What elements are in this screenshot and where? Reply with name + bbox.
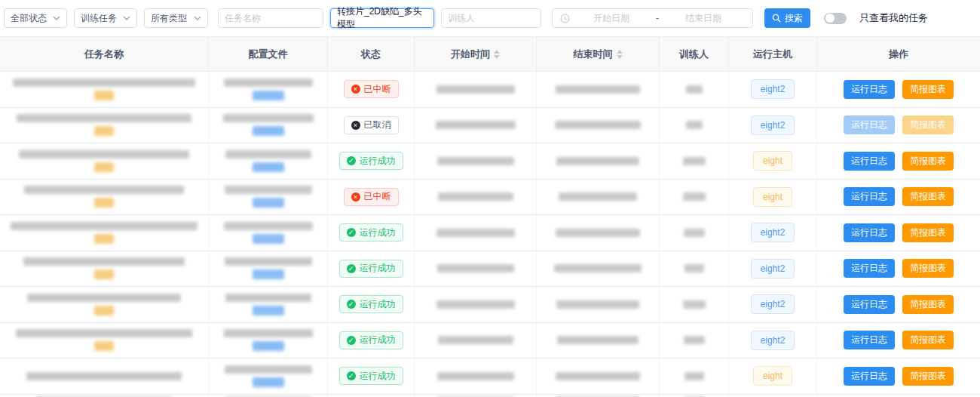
redacted-start-time: [436, 229, 515, 237]
status-select[interactable]: 全部状态: [4, 8, 67, 28]
sort-carets-icon[interactable]: [494, 50, 500, 59]
my-tasks-toggle[interactable]: [824, 13, 847, 24]
cell-start-time: [415, 323, 537, 359]
cell-host: eight2: [729, 287, 817, 322]
redacted-task-name: [24, 186, 184, 194]
report-chart-button[interactable]: 简报图表: [902, 295, 954, 314]
filter-bar: 全部状态 训练任务 所有类型 任务名称 转接片_2D缺陷_多头模型 训练人 开始…: [0, 0, 980, 36]
run-log-button[interactable]: 运行日志: [844, 152, 895, 171]
search-button[interactable]: 搜索: [764, 8, 810, 28]
run-log-button[interactable]: 运行日志: [844, 367, 895, 386]
category-select[interactable]: 所有类型: [144, 8, 208, 28]
status-label: 已中断: [364, 83, 391, 96]
status-badge: ✓运行成功: [339, 223, 403, 242]
status-icon: ×: [351, 121, 360, 130]
cell-config-file: [209, 287, 328, 322]
config-file-link[interactable]: [253, 198, 284, 208]
status-badge: ×已中断: [344, 188, 399, 206]
cell-actions: 运行日志简报图表: [817, 108, 980, 143]
redacted-end-time: [556, 85, 640, 94]
run-log-button[interactable]: 运行日志: [844, 295, 895, 314]
redacted-start-time: [436, 85, 515, 94]
cell-actions: 运行日志简报图表: [817, 143, 980, 179]
task-name-input[interactable]: 任务名称: [218, 8, 323, 28]
cell-status: ✓运行成功: [328, 251, 415, 287]
start-date-placeholder[interactable]: 开始日期: [570, 12, 653, 25]
config-file-link[interactable]: [253, 162, 284, 172]
redacted-task-name: [13, 78, 195, 87]
search-icon: [772, 14, 781, 23]
redacted-trainer: [686, 85, 703, 94]
cell-trainer: [660, 72, 729, 107]
run-log-button[interactable]: 运行日志: [844, 223, 895, 242]
report-chart-button[interactable]: 简报图表: [902, 80, 954, 99]
date-range-picker[interactable]: 开始日期 - 结束日期: [552, 8, 753, 28]
header-start-time[interactable]: 开始时间: [415, 37, 537, 71]
cell-config-file: [209, 359, 328, 394]
cell-config-file: [209, 143, 328, 179]
table-row: ✓运行成功eight运行日志简报图表: [0, 143, 980, 180]
status-badge: ×已中断: [344, 80, 399, 98]
status-icon: ×: [351, 85, 360, 94]
end-date-placeholder[interactable]: 结束日期: [662, 12, 745, 25]
cell-trainer: [660, 287, 729, 322]
header-trainer: 训练人: [660, 37, 729, 71]
report-chart-button[interactable]: 简报图表: [902, 152, 954, 171]
redacted-end-time: [559, 192, 637, 201]
cell-end-time: [537, 251, 660, 287]
config-file-link[interactable]: [253, 234, 284, 244]
model-search-input[interactable]: 转接片_2D缺陷_多头模型: [330, 8, 434, 28]
config-file-link[interactable]: [253, 341, 284, 351]
sort-carets-icon[interactable]: [617, 50, 623, 59]
table-row: ✓运行成功eight2运行日志简报图表: [0, 215, 980, 251]
redacted-config-name: [225, 186, 312, 194]
status-label: 运行成功: [360, 370, 396, 383]
table-body: ×已中断eight2运行日志简报图表×已取消eight2运行日志简报图表✓运行成…: [0, 72, 980, 397]
cell-config-file: [209, 108, 328, 143]
redacted-task-tag: [94, 198, 114, 208]
trainer-input[interactable]: 训练人: [441, 8, 541, 28]
cell-task-name: [0, 287, 209, 322]
redacted-start-time: [436, 300, 515, 309]
redacted-trainer: [683, 157, 706, 165]
status-badge: ✓运行成功: [339, 295, 403, 313]
host-badge: eight2: [751, 294, 795, 314]
report-chart-button[interactable]: 简报图表: [902, 331, 954, 349]
task-type-select[interactable]: 训练任务: [74, 8, 137, 28]
report-chart-button[interactable]: 简报图表: [902, 259, 954, 278]
redacted-task-name: [16, 329, 192, 337]
cell-end-time: [537, 287, 660, 322]
redacted-end-time: [556, 300, 639, 309]
config-file-link[interactable]: [253, 126, 284, 136]
report-chart-button[interactable]: 简报图表: [902, 367, 954, 386]
config-file-link[interactable]: [253, 269, 284, 279]
config-file-link[interactable]: [253, 306, 284, 315]
run-log-button[interactable]: 运行日志: [844, 187, 895, 206]
cell-host: eight2: [729, 323, 817, 359]
report-chart-button[interactable]: 简报图表: [902, 223, 954, 242]
cell-start-time: [415, 287, 537, 322]
cell-end-time: [537, 108, 660, 143]
table-row: ×已取消eight2运行日志简报图表: [0, 108, 980, 144]
cell-host: eight2: [729, 251, 817, 287]
redacted-start-time: [437, 157, 514, 165]
run-log-button[interactable]: 运行日志: [844, 331, 895, 349]
report-chart-button[interactable]: 简报图表: [902, 187, 954, 206]
run-log-button[interactable]: 运行日志: [844, 259, 895, 278]
header-end-time[interactable]: 结束时间: [537, 37, 660, 71]
redacted-task-name: [19, 150, 189, 158]
cell-status: ×已中断: [328, 72, 415, 107]
run-log-button[interactable]: 运行日志: [844, 80, 895, 99]
toggle-knob: [825, 14, 835, 23]
config-file-link[interactable]: [253, 377, 284, 387]
cell-start-time: [415, 215, 537, 251]
host-badge: eight2: [751, 79, 795, 99]
cell-config-file: [209, 251, 328, 287]
cell-trainer: [660, 395, 729, 397]
config-file-link[interactable]: [253, 91, 284, 100]
redacted-config-name: [225, 294, 311, 302]
redacted-start-time: [437, 264, 514, 272]
redacted-task-tag: [94, 306, 114, 315]
status-badge: ✓运行成功: [339, 152, 403, 170]
status-icon: ✓: [347, 371, 356, 380]
